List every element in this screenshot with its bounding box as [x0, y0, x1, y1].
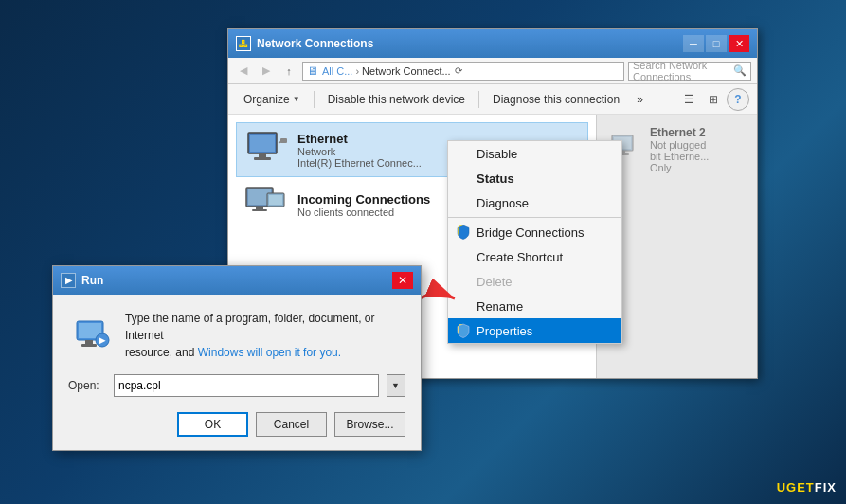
- cm-diagnose[interactable]: Diagnose: [448, 190, 621, 215]
- run-cancel-button[interactable]: Cancel: [256, 412, 327, 437]
- run-input-row: Open: ▼: [68, 374, 405, 397]
- run-titlebar: ▶ Run ✕: [53, 266, 421, 295]
- close-button[interactable]: ✕: [729, 35, 749, 52]
- forward-button[interactable]: ▶: [257, 62, 276, 81]
- nc-addressbar: ◀ ▶ ↑ 🖥 All C... › Network Connect... ⟳ …: [228, 58, 757, 84]
- run-dropdown-button[interactable]: ▼: [387, 374, 405, 397]
- nc-title-icon: 🖧: [236, 36, 251, 51]
- organize-dropdown-arrow: ▼: [293, 95, 300, 103]
- ethernet-icon: [243, 131, 288, 169]
- ethernet2-only: Only: [650, 162, 709, 173]
- toolbar-separator-2: [478, 91, 479, 108]
- cm-rename-label: Rename: [477, 299, 523, 314]
- search-box[interactable]: Search Network Connections 🔍: [628, 62, 751, 81]
- cm-bridge-label: Bridge Connections: [477, 225, 584, 240]
- svg-text:▶: ▶: [99, 336, 106, 345]
- watermark-ug: UG: [777, 480, 798, 495]
- svg-rect-9: [252, 209, 267, 211]
- nc-titlebar: 🖧 Network Connections ─ □ ✕: [228, 29, 757, 58]
- ethernet2-status2: bit Etherne...: [650, 151, 709, 162]
- cm-properties-label: Properties: [477, 324, 532, 338]
- run-dialog: ▶ Run ✕ ▶ Type the name of a program, fo…: [52, 265, 422, 451]
- run-title-icon: ▶: [61, 273, 76, 288]
- search-placeholder: Search Network Connections: [633, 60, 733, 82]
- svg-rect-3: [254, 157, 271, 160]
- ethernet2-info: Ethernet 2 Not plugged bit Etherne... On…: [650, 126, 709, 173]
- cm-bridge-shield-icon: [456, 225, 471, 240]
- run-icon: ▶: [68, 310, 114, 355]
- incoming-connections-icon: [243, 186, 288, 224]
- cm-disable-label: Disable: [477, 147, 517, 161]
- run-text-line2: resource, and Windows will open it for y…: [125, 344, 405, 361]
- cm-shortcut[interactable]: Create Shortcut: [448, 244, 621, 269]
- svg-rect-11: [269, 195, 282, 205]
- run-title-text: Run: [81, 274, 103, 287]
- diagnose-button[interactable]: Diagnose this connection: [485, 88, 627, 111]
- nc-title-text: Network Connections: [257, 37, 683, 50]
- help-button[interactable]: ?: [727, 88, 749, 111]
- run-text-line1: Type the name of a program, folder, docu…: [125, 310, 405, 344]
- minimize-button[interactable]: ─: [683, 35, 704, 52]
- maximize-button[interactable]: □: [706, 35, 727, 52]
- ethernet2-status1: Not plugged: [650, 139, 709, 151]
- watermark-fix: FIX: [815, 480, 837, 495]
- ethernet2-name: Ethernet 2: [650, 126, 709, 139]
- view-options-button[interactable]: ☰: [677, 88, 700, 111]
- context-menu: Disable Status Diagnose Bridge Connectio…: [447, 140, 622, 344]
- cm-rename[interactable]: Rename: [448, 294, 621, 318]
- nc-win-controls: ─ □ ✕: [683, 35, 749, 52]
- run-command-input[interactable]: [114, 374, 379, 397]
- cm-diagnose-label: Diagnose: [477, 196, 529, 210]
- cm-status[interactable]: Status: [448, 166, 621, 190]
- cm-delete[interactable]: Delete: [448, 269, 621, 294]
- organize-button[interactable]: Organize ▼: [236, 88, 308, 111]
- cm-bridge[interactable]: Bridge Connections: [448, 220, 621, 244]
- address-refresh[interactable]: ⟳: [455, 65, 462, 76]
- up-button[interactable]: ↑: [279, 62, 298, 81]
- cm-separator-1: [448, 217, 621, 218]
- address-box[interactable]: 🖥 All C... › Network Connect... ⟳: [302, 62, 624, 81]
- search-icon: 🔍: [733, 64, 747, 77]
- toolbar-separator-1: [314, 91, 315, 108]
- breadcrumb-2: Network Connect...: [362, 65, 451, 77]
- svg-rect-1: [250, 135, 275, 152]
- run-buttons: OK Cancel Browse...: [68, 412, 405, 437]
- svg-rect-5: [280, 138, 287, 143]
- cm-properties[interactable]: Properties: [448, 318, 621, 343]
- run-text-link: Windows will open it for you.: [198, 346, 341, 359]
- breadcrumb-1: All C...: [322, 65, 352, 77]
- disable-button[interactable]: Disable this network device: [320, 88, 473, 111]
- run-body: ▶ Type the name of a program, folder, do…: [53, 295, 421, 450]
- breadcrumb-icon: 🖥: [307, 64, 318, 78]
- run-open-label: Open:: [68, 379, 106, 392]
- run-close-button[interactable]: ✕: [392, 272, 413, 289]
- more-button[interactable]: »: [629, 88, 651, 111]
- cm-disable[interactable]: Disable: [448, 141, 621, 166]
- run-top: ▶ Type the name of a program, folder, do…: [68, 310, 405, 361]
- ethernet2-item: Ethernet 2 Not plugged bit Etherne... On…: [604, 122, 749, 177]
- run-description: Type the name of a program, folder, docu…: [125, 310, 405, 361]
- watermark-et: ET: [797, 480, 815, 495]
- breadcrumb-arrow: ›: [355, 65, 359, 77]
- back-button[interactable]: ◀: [234, 62, 253, 81]
- run-ok-button[interactable]: OK: [177, 412, 248, 437]
- run-browse-button[interactable]: Browse...: [334, 412, 405, 437]
- cm-status-label: Status: [477, 171, 514, 186]
- layout-button[interactable]: ⊞: [702, 88, 725, 111]
- watermark: UGETFIX: [777, 480, 837, 495]
- toolbar-right-icons: ☰ ⊞ ?: [677, 88, 749, 111]
- cm-delete-label: Delete: [477, 275, 513, 289]
- nc-toolbar: Organize ▼ Disable this network device D…: [228, 84, 757, 115]
- cm-shortcut-label: Create Shortcut: [477, 250, 563, 264]
- svg-rect-20: [81, 344, 97, 347]
